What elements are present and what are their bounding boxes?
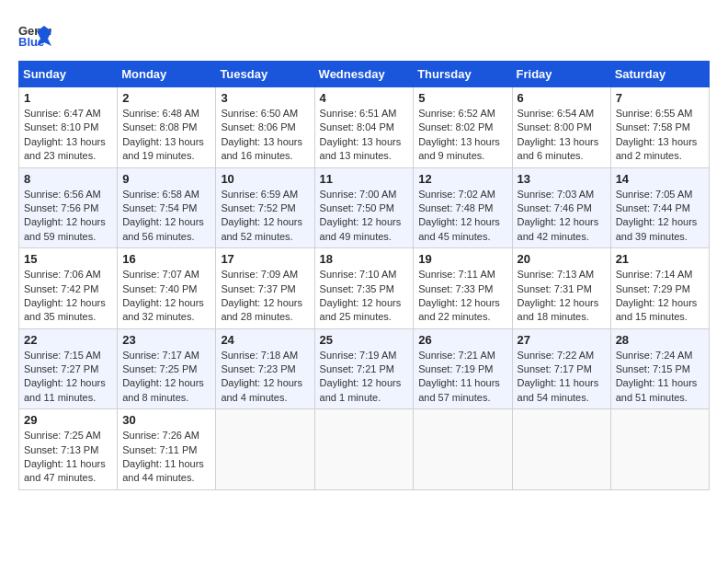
calendar-cell: 1 Sunrise: 6:47 AM Sunset: 8:10 PM Dayli… (19, 87, 118, 168)
day-number: 8 (24, 172, 112, 186)
day-number: 24 (221, 333, 309, 347)
calendar-cell: 6 Sunrise: 6:54 AM Sunset: 8:00 PM Dayli… (512, 87, 610, 168)
day-info: Sunrise: 6:47 AM Sunset: 8:10 PM Dayligh… (24, 107, 112, 164)
day-info: Sunrise: 7:05 AM Sunset: 7:44 PM Dayligh… (616, 188, 704, 245)
day-info: Sunrise: 6:54 AM Sunset: 8:00 PM Dayligh… (518, 107, 606, 164)
day-number: 19 (418, 252, 506, 266)
calendar-cell: 19 Sunrise: 7:11 AM Sunset: 7:33 PM Dayl… (414, 248, 512, 329)
calendar-cell: 2 Sunrise: 6:48 AM Sunset: 8:08 PM Dayli… (118, 87, 216, 168)
day-info: Sunrise: 6:56 AM Sunset: 7:56 PM Dayligh… (24, 188, 112, 245)
day-info: Sunrise: 6:48 AM Sunset: 8:08 PM Dayligh… (122, 107, 210, 164)
calendar-cell: 27 Sunrise: 7:22 AM Sunset: 7:17 PM Dayl… (512, 328, 610, 409)
col-header-wednesday: Wednesday (314, 62, 414, 87)
day-number: 2 (122, 91, 210, 105)
calendar-cell: 23 Sunrise: 7:17 AM Sunset: 7:25 PM Dayl… (118, 328, 216, 409)
day-number: 26 (418, 333, 506, 347)
day-number: 22 (24, 333, 112, 347)
calendar-cell: 10 Sunrise: 6:59 AM Sunset: 7:52 PM Dayl… (216, 167, 314, 248)
day-number: 13 (518, 172, 606, 186)
calendar-cell: 3 Sunrise: 6:50 AM Sunset: 8:06 PM Dayli… (216, 87, 314, 168)
day-info: Sunrise: 7:18 AM Sunset: 7:23 PM Dayligh… (221, 349, 309, 406)
day-number: 9 (122, 172, 210, 186)
calendar-cell (216, 409, 314, 490)
day-info: Sunrise: 7:19 AM Sunset: 7:21 PM Dayligh… (320, 349, 409, 406)
day-info: Sunrise: 7:02 AM Sunset: 7:48 PM Dayligh… (418, 188, 506, 245)
day-number: 11 (320, 172, 409, 186)
calendar-cell: 21 Sunrise: 7:14 AM Sunset: 7:29 PM Dayl… (610, 248, 709, 329)
day-info: Sunrise: 7:14 AM Sunset: 7:29 PM Dayligh… (616, 268, 704, 325)
calendar-cell: 25 Sunrise: 7:19 AM Sunset: 7:21 PM Dayl… (314, 328, 414, 409)
calendar-cell: 16 Sunrise: 7:07 AM Sunset: 7:40 PM Dayl… (118, 248, 216, 329)
day-info: Sunrise: 7:26 AM Sunset: 7:11 PM Dayligh… (122, 429, 210, 486)
calendar-cell: 24 Sunrise: 7:18 AM Sunset: 7:23 PM Dayl… (216, 328, 314, 409)
day-number: 14 (616, 172, 704, 186)
calendar-week-1: 1 Sunrise: 6:47 AM Sunset: 8:10 PM Dayli… (19, 87, 710, 168)
day-number: 16 (122, 252, 210, 266)
day-number: 18 (320, 252, 409, 266)
day-info: Sunrise: 6:51 AM Sunset: 8:04 PM Dayligh… (320, 107, 409, 164)
calendar-cell: 20 Sunrise: 7:13 AM Sunset: 7:31 PM Dayl… (512, 248, 610, 329)
calendar-cell: 15 Sunrise: 7:06 AM Sunset: 7:42 PM Dayl… (19, 248, 118, 329)
col-header-thursday: Thursday (414, 62, 512, 87)
day-number: 27 (518, 333, 606, 347)
calendar-cell (414, 409, 512, 490)
day-info: Sunrise: 7:09 AM Sunset: 7:37 PM Dayligh… (221, 268, 309, 325)
calendar-cell (610, 409, 709, 490)
day-number: 6 (518, 91, 606, 105)
day-number: 7 (616, 91, 704, 105)
day-number: 5 (418, 91, 506, 105)
calendar-header-row: SundayMondayTuesdayWednesdayThursdayFrid… (19, 62, 710, 87)
day-number: 3 (221, 91, 309, 105)
day-info: Sunrise: 6:58 AM Sunset: 7:54 PM Dayligh… (122, 188, 210, 245)
day-number: 30 (122, 413, 210, 427)
calendar-week-4: 22 Sunrise: 7:15 AM Sunset: 7:27 PM Dayl… (19, 328, 710, 409)
day-number: 10 (221, 172, 309, 186)
calendar-cell: 4 Sunrise: 6:51 AM Sunset: 8:04 PM Dayli… (314, 87, 414, 168)
col-header-sunday: Sunday (19, 62, 118, 87)
day-number: 1 (24, 91, 112, 105)
day-info: Sunrise: 7:25 AM Sunset: 7:13 PM Dayligh… (24, 429, 112, 486)
calendar-week-3: 15 Sunrise: 7:06 AM Sunset: 7:42 PM Dayl… (19, 248, 710, 329)
calendar-cell (512, 409, 610, 490)
col-header-friday: Friday (512, 62, 610, 87)
calendar-cell: 22 Sunrise: 7:15 AM Sunset: 7:27 PM Dayl… (19, 328, 118, 409)
col-header-saturday: Saturday (610, 62, 709, 87)
day-number: 29 (24, 413, 112, 427)
day-info: Sunrise: 7:00 AM Sunset: 7:50 PM Dayligh… (320, 188, 409, 245)
calendar-cell: 9 Sunrise: 6:58 AM Sunset: 7:54 PM Dayli… (118, 167, 216, 248)
page-header: General Blue (18, 18, 710, 52)
calendar-table: SundayMondayTuesdayWednesdayThursdayFrid… (18, 61, 710, 490)
logo: General Blue (18, 18, 55, 52)
day-number: 15 (24, 252, 112, 266)
calendar-cell: 13 Sunrise: 7:03 AM Sunset: 7:46 PM Dayl… (512, 167, 610, 248)
day-info: Sunrise: 6:52 AM Sunset: 8:02 PM Dayligh… (418, 107, 506, 164)
calendar-cell: 30 Sunrise: 7:26 AM Sunset: 7:11 PM Dayl… (118, 409, 216, 490)
calendar-week-5: 29 Sunrise: 7:25 AM Sunset: 7:13 PM Dayl… (19, 409, 710, 490)
calendar-cell: 17 Sunrise: 7:09 AM Sunset: 7:37 PM Dayl… (216, 248, 314, 329)
calendar-cell: 12 Sunrise: 7:02 AM Sunset: 7:48 PM Dayl… (414, 167, 512, 248)
calendar-cell: 29 Sunrise: 7:25 AM Sunset: 7:13 PM Dayl… (19, 409, 118, 490)
day-info: Sunrise: 7:17 AM Sunset: 7:25 PM Dayligh… (122, 349, 210, 406)
calendar-cell: 28 Sunrise: 7:24 AM Sunset: 7:15 PM Dayl… (610, 328, 709, 409)
calendar-cell: 7 Sunrise: 6:55 AM Sunset: 7:58 PM Dayli… (610, 87, 709, 168)
day-info: Sunrise: 7:24 AM Sunset: 7:15 PM Dayligh… (616, 349, 704, 406)
day-number: 28 (616, 333, 704, 347)
day-info: Sunrise: 7:10 AM Sunset: 7:35 PM Dayligh… (320, 268, 409, 325)
day-number: 21 (616, 252, 704, 266)
day-number: 23 (122, 333, 210, 347)
day-number: 17 (221, 252, 309, 266)
calendar-cell: 26 Sunrise: 7:21 AM Sunset: 7:19 PM Dayl… (414, 328, 512, 409)
calendar-cell: 14 Sunrise: 7:05 AM Sunset: 7:44 PM Dayl… (610, 167, 709, 248)
day-info: Sunrise: 7:15 AM Sunset: 7:27 PM Dayligh… (24, 349, 112, 406)
day-info: Sunrise: 7:03 AM Sunset: 7:46 PM Dayligh… (518, 188, 606, 245)
col-header-tuesday: Tuesday (216, 62, 314, 87)
day-info: Sunrise: 6:59 AM Sunset: 7:52 PM Dayligh… (221, 188, 309, 245)
day-number: 4 (320, 91, 409, 105)
calendar-cell: 11 Sunrise: 7:00 AM Sunset: 7:50 PM Dayl… (314, 167, 414, 248)
day-info: Sunrise: 7:21 AM Sunset: 7:19 PM Dayligh… (418, 349, 506, 406)
day-info: Sunrise: 7:06 AM Sunset: 7:42 PM Dayligh… (24, 268, 112, 325)
calendar-cell: 18 Sunrise: 7:10 AM Sunset: 7:35 PM Dayl… (314, 248, 414, 329)
day-info: Sunrise: 7:07 AM Sunset: 7:40 PM Dayligh… (122, 268, 210, 325)
calendar-week-2: 8 Sunrise: 6:56 AM Sunset: 7:56 PM Dayli… (19, 167, 710, 248)
calendar-cell (314, 409, 414, 490)
